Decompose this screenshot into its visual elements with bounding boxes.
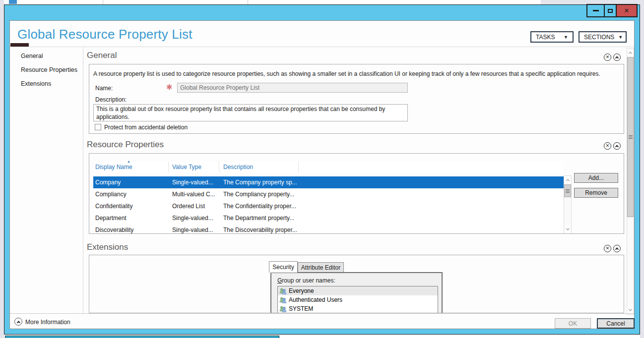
grip-icon — [629, 135, 633, 139]
cell-description: The Discoverability proper... — [219, 226, 564, 233]
chevron-up-icon — [615, 145, 619, 148]
background-window-header-bar — [5, 336, 279, 338]
tab-security[interactable]: Security — [269, 261, 298, 273]
name-label: Name: — [95, 85, 113, 92]
general-section-panel: A resource property list is used to cate… — [89, 64, 624, 134]
cell-description: The Company property sp... — [219, 179, 564, 186]
list-item-everyone[interactable]: Everyone — [278, 286, 438, 295]
cell-value-type: Single-valued... — [169, 226, 219, 233]
minimize-icon — [593, 10, 599, 11]
cell-value-type: Single-valued... — [169, 179, 219, 186]
cell-display-name: Company — [93, 179, 169, 186]
group-icon — [279, 306, 287, 312]
cell-display-name: Compliancy — [93, 191, 169, 198]
cell-description: The Department property... — [219, 215, 564, 222]
list-item-system[interactable]: SYSTEM — [278, 304, 438, 313]
footer-separator — [10, 313, 634, 314]
chevron-up-icon — [615, 247, 619, 251]
mnemonic: G — [277, 277, 282, 284]
general-section-collapse-button[interactable] — [613, 54, 621, 61]
tasks-dropdown[interactable]: TASKS ▼ — [530, 31, 574, 43]
close-icon: ✕ — [606, 144, 610, 148]
grip-icon — [566, 189, 570, 193]
column-header-value-type[interactable]: Value Type — [169, 162, 219, 172]
sidebar-item-extensions[interactable]: Extensions — [10, 78, 82, 89]
table-row[interactable]: Discoverability Single-valued... The Dis… — [93, 224, 564, 234]
chevron-down-icon — [629, 308, 632, 311]
group-name: Everyone — [289, 287, 314, 294]
chevron-up-icon — [615, 56, 619, 59]
table-row[interactable]: Confidentiality Ordered List The Confide… — [93, 200, 564, 212]
ok-button[interactable]: OK — [555, 318, 591, 329]
group-icon — [279, 297, 287, 303]
window-controls: ✕ — [587, 4, 638, 17]
main-scrollbar[interactable] — [627, 48, 634, 315]
scrollbar-thumb[interactable] — [627, 57, 634, 217]
table-row[interactable]: Compliancy Multi-valued C... The Complia… — [93, 188, 564, 200]
chevron-up-icon — [566, 179, 569, 182]
cell-description: The Compliancy property... — [219, 191, 564, 198]
page-title: Global Resource Property List — [17, 27, 193, 42]
description-label: Description: — [95, 96, 127, 103]
add-button[interactable]: Add... — [574, 173, 618, 183]
resource-properties-section-heading: Resource Properties — [87, 140, 164, 150]
group-icon — [279, 288, 287, 294]
protect-deletion-checkbox[interactable] — [95, 124, 101, 130]
group-name: SYSTEM — [289, 305, 313, 312]
cell-value-type: Ordered List — [169, 203, 219, 210]
maximize-button[interactable] — [604, 4, 617, 17]
more-information-toggle[interactable] — [14, 318, 22, 326]
close-button[interactable]: ✕ — [616, 4, 638, 17]
resource-properties-close-button[interactable]: ✕ — [604, 142, 611, 150]
table-row[interactable]: Department Single-valued... The Departme… — [93, 212, 564, 224]
scrollbar-thumb[interactable] — [564, 184, 571, 197]
minimize-button[interactable] — [586, 4, 605, 17]
scroll-up-button[interactable] — [564, 176, 571, 184]
chevron-up-icon — [629, 52, 632, 55]
dialog-content: Global Resource Property List TASKS ▼ SE… — [9, 20, 635, 329]
cell-display-name: Department — [93, 215, 169, 222]
sections-dropdown[interactable]: SECTIONS ▼ — [579, 31, 627, 43]
chevron-down-icon: ▼ — [564, 35, 568, 40]
tab-attribute-editor[interactable]: Attribute Editor — [298, 262, 344, 273]
cancel-button[interactable]: Cancel — [597, 318, 635, 329]
chevron-down-icon — [566, 227, 569, 230]
cell-display-name: Discoverability — [93, 226, 169, 233]
remove-button[interactable]: Remove — [574, 188, 618, 198]
more-information-label: More Information — [25, 319, 70, 326]
group-name: Authenticated Users — [289, 296, 342, 303]
resource-properties-collapse-button[interactable] — [613, 142, 621, 150]
column-header-filler — [299, 162, 564, 172]
background-window-tab — [9, 0, 17, 4]
protect-deletion-label: Protect from accidental deletion — [104, 124, 188, 131]
close-icon: ✕ — [624, 7, 630, 14]
column-header-description[interactable]: Description — [219, 162, 299, 172]
extensions-close-button[interactable]: ✕ — [604, 245, 611, 252]
security-tab-panel: Group or user names: Everyone Authentica… — [270, 272, 443, 313]
cell-value-type: Multi-valued C... — [169, 191, 219, 198]
name-field[interactable] — [177, 83, 408, 93]
table-scrollbar[interactable] — [564, 175, 572, 234]
sidebar-item-general[interactable]: General — [10, 51, 82, 61]
description-field[interactable]: This is a global out of box resource pro… — [93, 104, 408, 121]
extensions-panel: Security Attribute Editor Group or user … — [89, 255, 624, 313]
table-body: Company Single-valued... The Company pro… — [93, 176, 564, 234]
group-listbox[interactable]: Everyone Authenticated Users SYSTEM — [277, 286, 438, 313]
label-rest: roup or user names: — [282, 277, 335, 284]
dialog-global-resource-property-list: ✕ Global Resource Property List TASKS ▼ … — [4, 4, 640, 335]
list-item-authenticated-users[interactable]: Authenticated Users — [278, 295, 438, 304]
cell-description: The Confidentiality proper... — [219, 203, 564, 210]
sidebar-divider — [83, 47, 83, 313]
chevron-down-icon: ▼ — [618, 35, 623, 40]
cell-display-name: Confidentiality — [93, 203, 169, 210]
general-section-close-button[interactable]: ✕ — [604, 54, 611, 61]
general-section-heading: General — [87, 51, 117, 60]
extensions-collapse-button[interactable] — [613, 245, 621, 252]
sidebar-item-resource-properties[interactable]: Resource Properties — [10, 64, 82, 75]
scroll-up-button[interactable] — [627, 49, 634, 57]
scroll-down-button[interactable] — [564, 225, 571, 233]
column-label: Description — [223, 164, 253, 170]
column-header-display-name[interactable]: Display Name ▲ — [93, 162, 169, 172]
sections-label: SECTIONS — [584, 34, 614, 41]
table-row[interactable]: Company Single-valued... The Company pro… — [93, 176, 564, 188]
